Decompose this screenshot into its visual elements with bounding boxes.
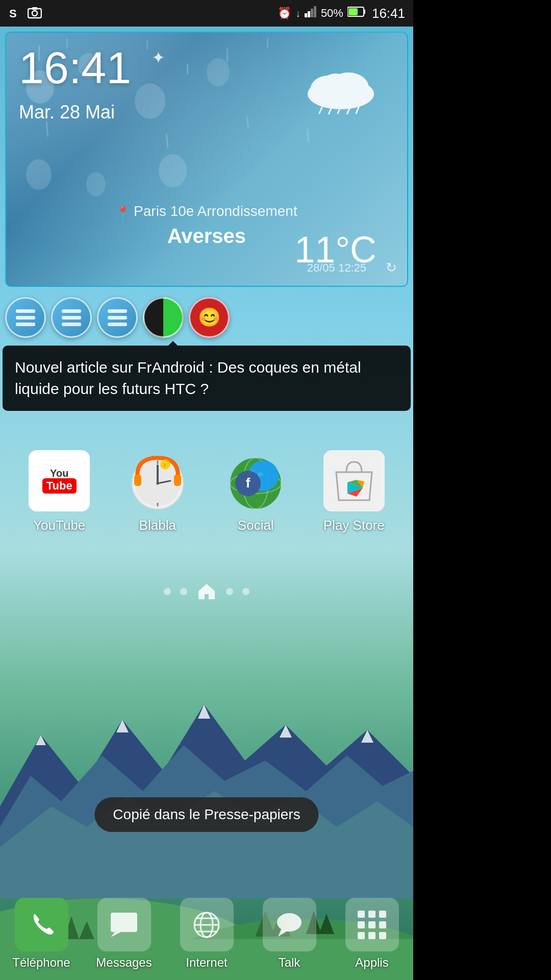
page-home-button[interactable] bbox=[196, 583, 217, 600]
svg-marker-71 bbox=[278, 929, 288, 937]
status-left-icons: S bbox=[8, 6, 42, 20]
svg-rect-4 bbox=[305, 13, 307, 17]
clipboard-toast: Copié dans le Presse-papiers bbox=[94, 797, 318, 832]
signal-icon bbox=[305, 6, 317, 20]
svg-text:f: f bbox=[246, 475, 251, 491]
applis-label: Applis bbox=[355, 955, 388, 970]
location-pin-icon: 📍 bbox=[116, 206, 130, 218]
dock-dashes-2 bbox=[62, 309, 81, 326]
weather-cloud-icon bbox=[300, 63, 382, 114]
svg-rect-47 bbox=[134, 475, 141, 486]
svg-text:♪: ♪ bbox=[163, 460, 166, 469]
phone-label: Téléphone bbox=[12, 955, 70, 970]
page-dot-3[interactable] bbox=[226, 588, 233, 595]
talk-label: Talk bbox=[279, 955, 300, 970]
battery-icon bbox=[347, 6, 366, 20]
page-dot-1[interactable] bbox=[164, 588, 171, 595]
app-item-playstore[interactable]: Play Store bbox=[313, 450, 395, 533]
blabla-icon[interactable]: ♪ bbox=[127, 450, 188, 511]
svg-rect-48 bbox=[174, 475, 181, 486]
bottom-item-phone[interactable]: Téléphone bbox=[2, 898, 81, 970]
dock-icon-1[interactable] bbox=[5, 297, 46, 338]
svg-line-15 bbox=[319, 105, 323, 113]
svg-rect-3 bbox=[33, 8, 37, 9]
phone-icon[interactable] bbox=[15, 898, 68, 951]
dock-dashes-3 bbox=[108, 309, 127, 326]
weather-gear-icon: ✦ bbox=[152, 48, 165, 67]
dock-icon-3[interactable] bbox=[97, 297, 138, 338]
status-right-icons: ⏰ ↓ 50% 16:41 bbox=[278, 6, 405, 21]
internet-icon[interactable] bbox=[180, 898, 234, 951]
smile-icon: 😊 bbox=[198, 307, 221, 328]
swype-icon: S bbox=[8, 6, 22, 20]
bottom-item-talk[interactable]: Talk bbox=[250, 898, 329, 970]
weather-refresh-icon[interactable]: ↻ bbox=[386, 260, 397, 276]
bottom-dock: Téléphone Messages bbox=[0, 891, 413, 980]
playstore-label: Play Store bbox=[323, 518, 385, 533]
weather-location: 📍 Paris 10e Arrondissement bbox=[6, 203, 407, 219]
bottom-item-applis[interactable]: Applis bbox=[333, 898, 412, 970]
weather-date: Mar. 28 Mai bbox=[19, 102, 115, 123]
svg-marker-62 bbox=[198, 584, 215, 599]
page-indicators bbox=[0, 583, 413, 600]
weather-updated: 28/05 12:25 bbox=[6, 261, 366, 275]
page-dot-2[interactable] bbox=[180, 588, 187, 595]
bottom-item-internet[interactable]: Internet bbox=[167, 898, 246, 970]
svg-text:S: S bbox=[9, 7, 17, 20]
social-icon[interactable]: 🐦 f bbox=[225, 450, 286, 511]
svg-rect-1 bbox=[28, 9, 41, 18]
social-label: Social bbox=[238, 518, 274, 533]
youtube-logo: You Tube bbox=[42, 468, 77, 494]
svg-point-14 bbox=[320, 74, 351, 99]
status-time: 16:41 bbox=[372, 6, 405, 21]
dock-icon-frandroid[interactable]: 😊 bbox=[189, 297, 230, 338]
news-tooltip[interactable]: Nouvel article sur FrAndroid : Des coque… bbox=[3, 346, 411, 411]
svg-marker-64 bbox=[111, 932, 121, 937]
weather-widget[interactable]: 16:41 ✦ Mar. 28 Mai 📍 Paris 10e Arrondis… bbox=[5, 32, 408, 287]
messages-icon[interactable] bbox=[97, 898, 151, 951]
dock-icon-green[interactable] bbox=[143, 297, 184, 338]
svg-rect-6 bbox=[311, 9, 313, 17]
app-item-blabla[interactable]: ♪ Blabla bbox=[117, 450, 198, 533]
dock-icon-2[interactable] bbox=[51, 297, 92, 338]
youtube-label: YouTube bbox=[33, 518, 85, 533]
svg-rect-7 bbox=[314, 6, 316, 17]
app-item-social[interactable]: 🐦 f Social bbox=[215, 450, 296, 533]
grid-dots-icon bbox=[350, 903, 393, 946]
svg-point-70 bbox=[277, 913, 302, 932]
tooltip-text: Nouvel article sur FrAndroid : Des coque… bbox=[15, 359, 361, 397]
svg-rect-9 bbox=[364, 10, 365, 14]
dock-dashes-1 bbox=[16, 309, 35, 326]
bottom-item-messages[interactable]: Messages bbox=[85, 898, 164, 970]
svg-point-2 bbox=[32, 11, 37, 16]
main-content: 16:41 ✦ Mar. 28 Mai 📍 Paris 10e Arrondis… bbox=[0, 27, 413, 980]
svg-rect-63 bbox=[111, 913, 137, 932]
svg-rect-10 bbox=[348, 8, 358, 15]
weather-time: 16:41 bbox=[19, 45, 131, 90]
status-bar: S ⏰ ↓ 50% bbox=[0, 0, 413, 27]
app-grid: You Tube YouTube bbox=[0, 450, 413, 533]
dock-icons-row: 😊 bbox=[5, 297, 230, 338]
battery-text: 50% bbox=[321, 7, 343, 20]
talk-icon[interactable] bbox=[263, 898, 316, 951]
download-icon: ↓ bbox=[295, 8, 300, 19]
app-item-youtube[interactable]: You Tube YouTube bbox=[18, 450, 100, 533]
messages-label: Messages bbox=[96, 955, 152, 970]
playstore-icon[interactable] bbox=[323, 450, 385, 511]
alarm-icon: ⏰ bbox=[278, 7, 291, 20]
youtube-icon[interactable]: You Tube bbox=[29, 450, 90, 511]
page-dot-4[interactable] bbox=[242, 588, 249, 595]
blabla-label: Blabla bbox=[139, 518, 176, 533]
svg-rect-5 bbox=[308, 11, 310, 17]
screenshot-icon bbox=[28, 6, 42, 20]
applis-icon[interactable] bbox=[345, 898, 399, 951]
internet-label: Internet bbox=[186, 955, 227, 970]
toast-text: Copié dans le Presse-papiers bbox=[113, 806, 300, 822]
